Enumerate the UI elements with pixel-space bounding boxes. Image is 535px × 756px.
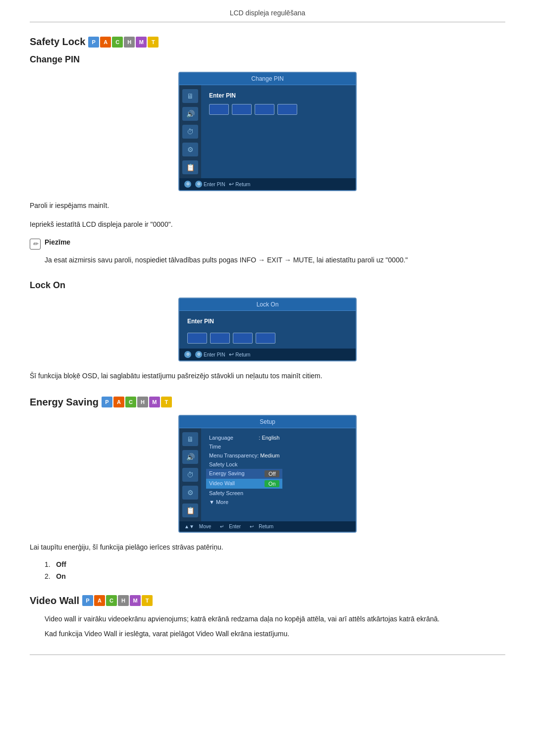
video-wall-section: Video Wall P A C H M T Video wall ir vai… (30, 595, 505, 640)
osd-icon-2: 🔊 (182, 107, 198, 121)
energy-saving-osd: Setup 🖥 🔊 ⏱ ⚙ 📋 Language: English Time (178, 415, 357, 533)
es-badge-H: H (137, 397, 148, 407)
pin-box-2 (232, 104, 252, 115)
vw-badge-T: T (142, 595, 153, 606)
change-pin-note-text: Ja esat aizmirsis savu paroli, nospiedie… (30, 254, 505, 265)
bottom-divider (30, 655, 505, 655)
badge-M: M (136, 37, 147, 48)
lock-pin-box-1 (187, 333, 207, 344)
es-badge-P: P (102, 397, 112, 407)
change-pin-title: Change PIN (30, 54, 505, 65)
note-icon: ✏ (30, 239, 41, 250)
video-wall-title: Video Wall P A C H M T (30, 595, 505, 606)
osd-lock-btn-return: ↩ Return (229, 351, 250, 358)
osd-btn-enter-2: ⊙ Enter PIN (195, 181, 225, 188)
lock-pin-box-2 (210, 333, 230, 344)
badge-P: P (88, 37, 99, 48)
setup-row-time: Time (209, 442, 279, 451)
es-badge-C: C (125, 397, 136, 407)
lock-on-osd: Lock On Enter PIN ⊙ ⊙ (178, 298, 357, 361)
lock-on-title: Lock On (30, 280, 505, 291)
osd-change-pin-footer: ⊙ ⊙ Enter PIN ↩ Return (179, 178, 356, 190)
osd-btn-return: ↩ Return (229, 181, 250, 188)
es-badge-A: A (113, 397, 124, 407)
note-label: Piezīme (45, 238, 70, 246)
osd-setup-sidebar: 🖥 🔊 ⏱ ⚙ 📋 (179, 428, 201, 521)
safety-lock-section: Safety Lock P A C H M T Change PIN Chang… (30, 36, 505, 382)
vw-badge-H: H (118, 595, 129, 606)
change-pin-body2: Iepriekš iestatītā LCD displeja parole i… (30, 219, 505, 230)
energy-saving-list-off: 1. Off (45, 560, 505, 568)
lock-on-body: Šī funkcija bloķē OSD, lai saglabātu ies… (30, 370, 505, 381)
osd-change-pin-body: 🖥 🔊 ⏱ ⚙ 📋 Enter PIN (179, 85, 356, 178)
lock-pin-box-4 (256, 333, 275, 344)
lock-enter-circle-1: ⊙ (184, 351, 191, 358)
setup-row-language: Language: English (209, 433, 279, 442)
energy-saving-title: Energy Saving P A C H M T (30, 397, 505, 408)
page-header: LCD displeja regulēšana (30, 0, 505, 22)
change-pin-body1: Paroli ir iespējams mainīt. (30, 200, 505, 211)
vw-badge-C: C (106, 595, 117, 606)
vw-badge-A: A (94, 595, 105, 606)
energy-saving-section: Energy Saving P A C H M T Setup 🖥 🔊 ⏱ ⚙ (30, 397, 505, 580)
osd-sidebar: 🖥 🔊 ⏱ ⚙ 📋 (179, 85, 201, 178)
osd-setup-footer: ▲▼ Move ↵ Enter ↩ Return (179, 521, 356, 532)
osd-change-pin-titlebar: Change PIN (179, 73, 356, 85)
setup-row-video-wall: Video WallOn (206, 479, 282, 489)
energy-saving-badges: P A C H M T (102, 397, 172, 407)
osd-setup-content: Language: English Time Menu Transparency… (201, 428, 287, 521)
es-badge-T: T (161, 397, 172, 407)
pin-box-4 (277, 104, 297, 115)
osd-icon-1: 🖥 (182, 89, 198, 103)
lock-pin-input-boxes (187, 333, 348, 344)
osd-setup-enter-icon: ↵ (220, 524, 224, 529)
setup-row-energy-saving: Energy SavingOff (206, 469, 282, 479)
setup-row-safety-screen: Safety Screen (209, 489, 279, 498)
return-arrow-icon: ↩ (229, 181, 234, 188)
badge-A: A (100, 37, 111, 48)
lock-enter-circle-2: ⊙ (195, 351, 202, 358)
badge-T: T (148, 37, 159, 48)
lock-on-section: Lock On Lock On Enter PIN (30, 280, 505, 381)
energy-saving-list-on: 2. On (45, 572, 505, 580)
setup-row-menu-transparency: Menu Transparency: Medium (209, 451, 279, 460)
enter-circle-2: ⊙ (195, 181, 202, 188)
pin-box-3 (255, 104, 274, 115)
osd-setup-icon-5: 📋 (182, 504, 198, 517)
osd-setup-icon-1: 🖥 (182, 432, 198, 446)
osd-setup-titlebar: Setup (179, 416, 356, 428)
setup-row-more: ▼ More (209, 498, 279, 506)
video-wall-body1: Video wall ir vairāku videoekrānu apvien… (30, 613, 505, 624)
lock-pin-box-3 (233, 333, 253, 344)
osd-lock-on-footer: ⊙ ⊙ Enter PIN ↩ Return (179, 349, 356, 360)
video-wall-badges: P A C H M T (82, 595, 153, 606)
osd-setup-return-icon: ↩ (250, 524, 254, 529)
osd-icon-4: ⚙ (182, 143, 198, 156)
header-title: LCD displeja regulēšana (230, 9, 306, 17)
osd-setup-icon-3: ⏱ (182, 468, 198, 482)
vw-badge-M: M (130, 595, 141, 606)
osd-lock-btn-enter-2: ⊙ Enter PIN (195, 351, 225, 358)
osd-change-pin-content: Enter PIN (201, 85, 356, 178)
badge-C: C (112, 37, 123, 48)
lock-return-arrow-icon: ↩ (229, 351, 234, 358)
osd-lock-on-body: Enter PIN (179, 311, 356, 349)
enter-circle-1: ⊙ (184, 181, 191, 188)
osd-lock-btn-enter-1: ⊙ (184, 351, 191, 358)
change-pin-section: Change PIN Change PIN 🖥 🔊 ⏱ ⚙ 📋 E (30, 54, 505, 265)
osd-setup-icon-2: 🔊 (182, 450, 198, 464)
osd-lock-enter-pin-label: Enter PIN (187, 318, 348, 325)
osd-icon-5: 📋 (182, 160, 198, 174)
pin-box-1 (209, 104, 229, 115)
vw-badge-P: P (82, 595, 93, 606)
setup-row-safety-lock: Safety Lock (209, 460, 279, 469)
osd-btn-enter-1: ⊙ (184, 181, 191, 188)
badge-H: H (124, 37, 135, 48)
osd-lock-on-titlebar: Lock On (179, 299, 356, 311)
osd-setup-move-icon: ▲▼ (184, 524, 194, 529)
osd-enter-pin-label: Enter PIN (209, 92, 348, 99)
osd-icon-3: ⏱ (182, 125, 198, 139)
note-box: ✏ Piezīme (30, 238, 505, 250)
video-wall-body2: Kad funkcija Video Wall ir ieslēgta, var… (30, 628, 505, 639)
safety-lock-badges: P A C H M T (88, 37, 159, 48)
